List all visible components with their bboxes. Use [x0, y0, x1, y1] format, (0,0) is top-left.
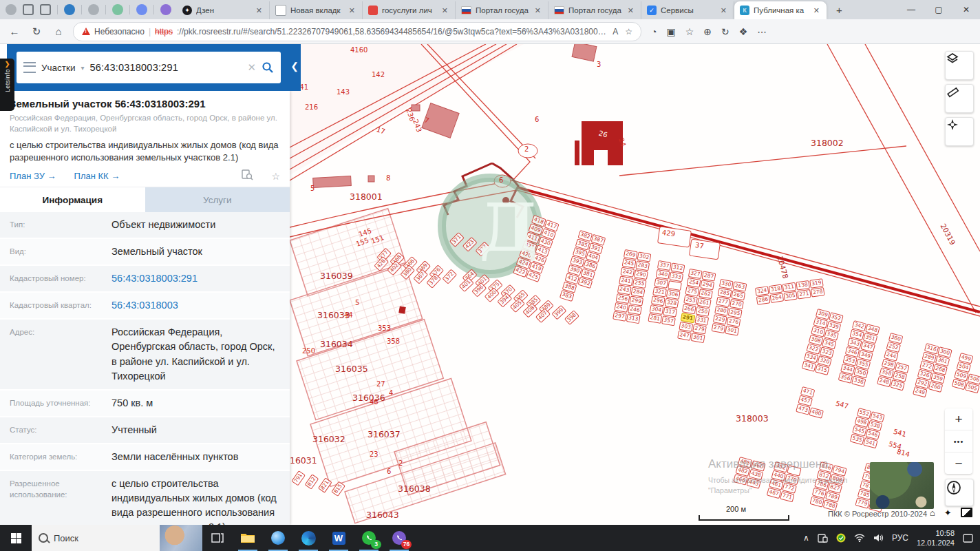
browser-tab-1[interactable]: ✦Дзен✕	[177, 1, 270, 19]
my-location-button[interactable]	[945, 117, 974, 146]
search-row[interactable]: Участки ▾ 56:43:0318003:291 ✕	[17, 52, 281, 83]
edge-taskbar-icon[interactable]	[293, 525, 323, 551]
parcel-cell[interactable]: 279	[712, 323, 726, 333]
tab-close-icon[interactable]: ✕	[255, 6, 264, 15]
parcel-cell[interactable]: 278	[811, 287, 824, 298]
ring-icon[interactable]	[112, 4, 123, 15]
cast-device-icon[interactable]	[818, 534, 828, 543]
tab-close-icon[interactable]: ✕	[533, 6, 542, 15]
taskbar-search[interactable]: Поиск	[32, 525, 202, 551]
chevron-down-icon[interactable]: ▾	[81, 64, 85, 72]
language-indicator[interactable]: РУС	[892, 533, 908, 543]
menu-icon[interactable]	[23, 62, 36, 73]
minimize-button[interactable]: —	[897, 0, 925, 19]
parcel-cell[interactable]: 305	[783, 291, 797, 302]
layers-button[interactable]	[945, 51, 974, 80]
zoom-out-button[interactable]: −	[945, 453, 972, 474]
attribute-value[interactable]: 56:43:0318003:291	[111, 271, 280, 286]
zoom-more-button[interactable]: •••	[945, 430, 972, 453]
zoom-to-parcel-icon[interactable]	[242, 169, 253, 183]
tray-chevron-icon[interactable]: ∧	[803, 533, 809, 543]
security-warning-text[interactable]: Небезопасно	[94, 27, 145, 37]
cadastral-map[interactable]: Д 31800131800231800331603931603331603431…	[290, 44, 980, 525]
measure-button[interactable]	[945, 84, 974, 113]
reading-icon[interactable]: ▣	[666, 26, 675, 37]
search-icon[interactable]	[262, 61, 274, 74]
letsinfo-extension-tab[interactable]: ❯ Letsinfo	[0, 59, 14, 111]
tab-close-icon[interactable]: ✕	[719, 6, 728, 15]
fullscreen-icon[interactable]	[961, 508, 972, 517]
sidebar-icon[interactable]	[40, 4, 51, 15]
start-button[interactable]	[0, 525, 32, 551]
spark-icon[interactable]	[136, 4, 147, 15]
compass-button[interactable]	[945, 479, 974, 506]
clear-search-icon[interactable]: ✕	[247, 61, 256, 74]
parcel-cell[interactable]: 281	[648, 313, 662, 324]
browser-tab-4[interactable]: Портал госуда✕	[456, 1, 548, 19]
search-highlight-image[interactable]	[160, 525, 202, 551]
attribute-value[interactable]: 56:43:0318003	[111, 298, 280, 313]
favorite-parcel-star-icon[interactable]: ☆	[271, 171, 280, 182]
globe-icon[interactable]	[64, 4, 75, 15]
parcel-cell[interactable]: 286	[756, 295, 770, 305]
stack-icon[interactable]	[23, 4, 34, 15]
task-view-taskbar-icon[interactable]	[202, 525, 233, 551]
address-bar[interactable]: ! Небезопасно | https ://pkk.rosreestr.r…	[73, 22, 641, 41]
parcel-cell[interactable]: 301	[691, 333, 705, 343]
panel-tab-info[interactable]: Информация	[0, 187, 145, 212]
tab-close-icon[interactable]: ✕	[348, 6, 356, 15]
antivirus-icon[interactable]	[836, 533, 846, 543]
collections-icon[interactable]: ⊕	[703, 26, 712, 37]
parcel-cell[interactable]: 297	[612, 311, 627, 322]
grid-icon[interactable]	[160, 4, 171, 15]
parcel-cell[interactable]: 313	[626, 313, 641, 324]
tab-close-icon[interactable]: ✕	[440, 6, 449, 15]
search-category[interactable]: Участки	[41, 63, 76, 73]
panel-tab-services[interactable]: Услуги	[145, 187, 290, 212]
parcel-cell[interactable]: 301	[725, 325, 739, 335]
read-aloud-icon[interactable]: A	[612, 27, 618, 37]
viber-taskbar-icon[interactable]: 76	[384, 525, 414, 551]
word-taskbar-icon[interactable]: W	[323, 525, 354, 551]
parcel-cell[interactable]: 264	[770, 293, 784, 303]
zoom-in-button[interactable]: +	[945, 408, 972, 430]
basemap-thumbnail[interactable]	[870, 462, 934, 509]
collapse-panel-icon[interactable]: ❮	[290, 61, 299, 72]
history-icon[interactable]: ↻	[721, 26, 729, 37]
favorite-star-icon[interactable]: ☆	[625, 27, 632, 37]
essentials-icon[interactable]: ❖	[739, 26, 748, 37]
back-icon[interactable]: ←	[7, 25, 22, 37]
circle-icon[interactable]	[88, 4, 99, 15]
plan-kk-link[interactable]: План КК →	[74, 171, 120, 181]
volume-icon[interactable]	[873, 534, 884, 542]
new-tab-button[interactable]: +	[827, 4, 852, 16]
home-icon[interactable]: ⌂	[51, 25, 66, 37]
browser-tab-6[interactable]: ✓Сервисы✕	[641, 1, 734, 19]
browser-tab-5[interactable]: Портал госуда✕	[548, 1, 641, 19]
clock[interactable]: 10:58 12.01.2024	[917, 528, 955, 548]
more-menu-icon[interactable]: ⋯	[757, 26, 767, 37]
browser-tab-3[interactable]: госуслуги лич✕	[363, 1, 456, 19]
notification-center-icon[interactable]	[963, 534, 973, 543]
maximize-button[interactable]: ▢	[925, 0, 952, 19]
profile-icon[interactable]	[6, 4, 17, 15]
tab-close-icon[interactable]: ✕	[812, 6, 821, 15]
whatsapp-taskbar-icon[interactable]: 3	[354, 525, 384, 551]
home-map-icon[interactable]: ⌂	[930, 508, 935, 518]
parcel-cell[interactable]: 271	[797, 289, 811, 300]
browser-tab-2[interactable]: Новая вкладк✕	[270, 1, 363, 19]
split-screen-icon[interactable]: ◔	[651, 26, 657, 37]
browser-tab-7[interactable]: КПубличная ка✕	[734, 1, 827, 19]
parcel-cell[interactable]: 357	[661, 315, 676, 326]
wifi-icon[interactable]	[854, 534, 865, 542]
tab-close-icon[interactable]: ✕	[626, 6, 635, 15]
explorer-taskbar-icon[interactable]	[233, 525, 263, 551]
close-button[interactable]: ✕	[952, 0, 980, 19]
photos-taskbar-icon[interactable]	[263, 525, 293, 551]
favorites-icon[interactable]: ☆	[685, 26, 694, 37]
refresh-icon[interactable]: ↻	[29, 25, 44, 38]
plan-zu-link[interactable]: План ЗУ →	[10, 171, 56, 181]
marker-map-icon[interactable]: ✦	[944, 508, 952, 518]
search-input[interactable]: 56:43:0318003:291	[90, 62, 242, 73]
parcel-cell[interactable]: 247	[677, 331, 692, 341]
